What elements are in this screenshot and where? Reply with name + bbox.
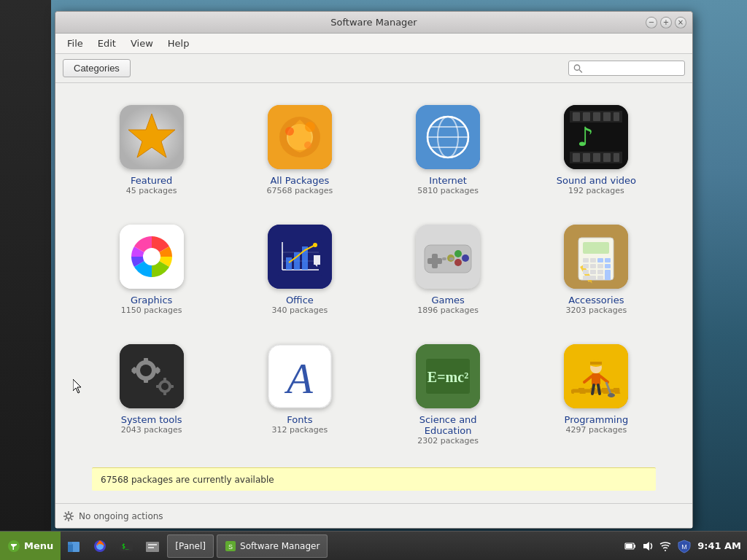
taskbar-menu-button[interactable]: Menu [0,532,61,560]
category-count-system-tools: 2043 packages [121,425,182,435]
category-featured[interactable]: Featured 45 packages [101,98,203,203]
search-icon [573,63,583,74]
category-icon-fonts: A [268,344,332,408]
taskbar-right: M 9:41 AM [619,539,747,553]
svg-rect-66 [583,270,589,274]
category-icon-system-tools [120,344,184,408]
svg-rect-67 [590,270,596,274]
window-title: Software Manager [330,17,417,28]
category-count-programming: 4297 packages [566,425,627,435]
svg-rect-118 [148,547,154,548]
svg-text:$_: $_ [122,543,129,550]
category-games[interactable]: Games 1896 packages [397,217,499,322]
svg-rect-87 [171,385,174,388]
category-fonts[interactable]: A Fonts 312 packages [249,337,351,453]
search-input[interactable] [583,63,680,74]
category-name-internet: Internet [429,175,467,186]
taskbar-terminal-btn[interactable]: $_ [115,534,138,558]
svg-rect-99 [590,362,602,365]
taskbar-left: Menu $_ [0,532,329,560]
svg-text:♪: ♪ [577,122,594,152]
svg-rect-58 [583,258,589,262]
taskbar-panel-app[interactable]: [Panel] [167,534,214,558]
svg-rect-71 [597,276,603,280]
svg-rect-51 [442,257,446,260]
category-graphics[interactable]: Graphics 1150 packages [101,217,203,322]
svg-rect-100 [592,373,600,385]
category-name-sound-video: Sound and video [557,175,636,186]
svg-rect-76 [144,378,148,383]
menu-edit[interactable]: Edit [92,36,122,51]
search-bar [568,61,685,76]
category-count-all-packages: 67568 packages [267,186,333,195]
taskbar-files2-btn[interactable] [141,534,164,558]
category-science[interactable]: E=mc² Science and Education 2302 package… [397,337,499,453]
category-programming[interactable]: Programming 4297 packages [545,337,647,453]
svg-rect-61 [605,258,611,262]
files-icon [66,538,82,554]
category-count-internet: 5810 packages [417,186,479,195]
category-count-featured: 45 packages [126,186,177,195]
left-panel [0,0,51,531]
toolbar: Categories [55,54,692,83]
svg-point-84 [161,383,169,390]
packages-status: 67568 packages are currently available [92,467,656,491]
close-button[interactable]: × [675,17,686,28]
category-name-graphics: Graphics [131,295,172,306]
firefox-icon [92,538,108,554]
menu-view[interactable]: View [125,36,159,51]
svg-rect-64 [597,264,603,268]
software-manager-taskbar-icon: S [225,540,236,552]
category-name-system-tools: System tools [121,414,182,425]
category-name-science: Science and Education [404,414,492,436]
svg-point-107 [66,514,71,518]
svg-rect-22 [603,112,611,121]
svg-point-47 [454,250,462,257]
category-count-fonts: 312 packages [272,425,328,435]
category-office[interactable]: Office 340 packages [249,217,351,322]
svg-rect-62 [583,264,589,268]
category-internet[interactable]: Internet 5810 packages [397,98,499,203]
maximize-button[interactable]: + [660,17,672,28]
titlebar-controls: − + × [646,17,686,28]
taskbar-files-btn[interactable] [62,534,85,558]
category-count-graphics: 1150 packages [121,306,182,315]
minimize-button[interactable]: − [646,17,657,28]
svg-rect-111 [68,542,72,545]
settings-icon [63,510,74,522]
category-accessories[interactable]: Accessories 3203 packages [545,217,647,322]
taskbar-software-manager-app[interactable]: S Software Manager [217,534,328,558]
terminal-icon: $_ [118,538,134,554]
category-count-science: 2302 packages [417,436,479,446]
security-icon: M [677,539,692,553]
category-count-accessories: 3203 packages [566,306,627,315]
category-system-tools[interactable]: System tools 2043 packages [101,337,203,453]
category-icon-internet [416,105,480,169]
svg-rect-28 [603,153,611,162]
taskbar: Menu $_ [0,531,747,560]
category-all-packages[interactable]: All Packages 67568 packages [249,98,351,203]
svg-rect-23 [614,112,619,121]
svg-rect-86 [163,392,166,395]
svg-rect-26 [583,153,590,162]
category-sound-video[interactable]: ♪ Sound and video 192 packages [545,98,647,203]
category-name-featured: Featured [131,175,172,186]
svg-point-74 [140,365,152,376]
menu-file[interactable]: File [61,36,89,51]
category-count-office: 340 packages [272,306,328,315]
mint-logo-icon [7,540,20,553]
svg-rect-69 [605,270,611,280]
categories-button[interactable]: Categories [63,59,131,77]
category-icon-programming [564,344,628,408]
category-icon-featured [120,105,184,169]
content-area: Featured 45 packages All Packag [55,83,692,503]
taskbar-firefox-btn[interactable] [88,534,112,558]
svg-rect-20 [583,112,590,121]
packages-message: 67568 packages are currently available [101,475,274,485]
svg-rect-117 [148,544,157,545]
bottom-status-message: No ongoing actions [79,511,163,521]
battery-icon [624,540,636,552]
svg-rect-122 [634,545,635,548]
svg-rect-27 [593,153,600,162]
menu-help[interactable]: Help [162,36,196,51]
